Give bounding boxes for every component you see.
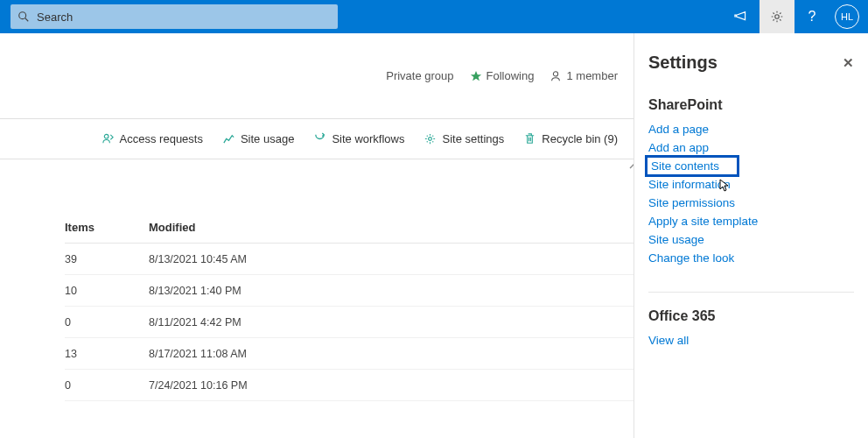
avatar[interactable]: HL	[835, 4, 859, 29]
settings-link-add-a-page[interactable]: Add a page	[648, 120, 854, 138]
svg-point-2	[775, 15, 780, 19]
site-workflows-label: Site workflows	[332, 132, 404, 145]
help-icon: ?	[808, 9, 816, 25]
table-row[interactable]: 08/11/2021 4:42 PM	[65, 307, 634, 338]
table-row[interactable]: 108/13/2021 1:40 PM	[65, 275, 634, 307]
megaphone-icon	[734, 9, 750, 25]
items-cell: 13	[65, 348, 149, 360]
settings-link-apply-a-site-template[interactable]: Apply a site template	[648, 212, 854, 230]
items-cell: 0	[65, 316, 149, 328]
person-icon	[550, 70, 562, 82]
search-icon	[18, 11, 30, 23]
office365-heading: Office 365	[648, 308, 854, 324]
divider	[648, 292, 854, 293]
svg-point-0	[19, 12, 26, 19]
items-cell: 10	[65, 285, 149, 297]
modified-cell: 8/17/2021 11:08 AM	[149, 348, 634, 360]
table-row[interactable]: 138/17/2021 11:08 AM	[65, 338, 634, 370]
recycle-bin-button[interactable]: Recycle bin (9)	[523, 132, 618, 145]
svg-line-1	[25, 18, 29, 22]
members-label: 1 member	[566, 69, 618, 82]
main-area: Private group Following 1 member Access …	[0, 33, 634, 438]
search-box[interactable]	[10, 4, 338, 29]
usage-icon	[222, 132, 235, 145]
settings-button[interactable]	[760, 0, 794, 33]
items-column-header[interactable]: Items	[65, 221, 149, 234]
svg-point-4	[104, 134, 108, 138]
modified-cell: 7/24/2021 10:16 PM	[149, 379, 634, 392]
access-icon	[102, 132, 115, 145]
settings-link-site-usage[interactable]: Site usage	[648, 230, 854, 249]
sharepoint-heading: SharePoint	[648, 97, 854, 113]
settings-link-site-information[interactable]: Site information	[648, 175, 854, 194]
settings-panel: Settings ✕ SharePoint Add a pageAdd an a…	[634, 33, 868, 438]
trash-icon	[523, 132, 536, 145]
modified-column-header[interactable]: Modified	[149, 221, 634, 234]
workflow-icon	[313, 132, 326, 145]
follow-label: Following	[486, 69, 535, 82]
close-panel-button[interactable]: ✕	[843, 55, 854, 71]
follow-button[interactable]: Following	[470, 69, 535, 82]
panel-title: Settings	[648, 53, 718, 73]
recycle-bin-label: Recycle bin (9)	[542, 132, 618, 145]
members-info[interactable]: 1 member	[550, 69, 618, 82]
svg-point-5	[429, 138, 432, 141]
star-icon	[470, 70, 482, 82]
settings-link-add-an-app[interactable]: Add an app	[648, 138, 854, 157]
privacy-label: Private group	[386, 69, 453, 82]
access-requests-button[interactable]: Access requests	[102, 132, 203, 145]
top-bar: ? HL	[0, 0, 868, 33]
settings-link-site-permissions[interactable]: Site permissions	[648, 194, 854, 212]
site-workflows-button[interactable]: Site workflows	[313, 132, 404, 145]
access-requests-label: Access requests	[120, 132, 203, 145]
site-settings-button[interactable]: Site settings	[424, 132, 504, 145]
gear-icon	[769, 9, 785, 25]
search-input[interactable]	[37, 11, 331, 24]
settings-link-site-contents[interactable]: Site contents	[645, 155, 739, 177]
site-usage-label: Site usage	[241, 132, 294, 145]
content-list: Items Modified 398/13/2021 10:45 AM108/1…	[0, 159, 634, 401]
column-headers: Items Modified	[65, 221, 634, 244]
items-cell: 0	[65, 379, 149, 392]
view-all-link[interactable]: View all	[648, 331, 854, 350]
table-row[interactable]: 07/24/2021 10:16 PM	[65, 370, 634, 401]
help-button[interactable]: ?	[794, 0, 830, 33]
table-row[interactable]: 398/13/2021 10:45 AM	[65, 244, 634, 275]
announce-button[interactable]	[724, 0, 760, 33]
site-info-bar: Private group Following 1 member	[0, 33, 634, 119]
items-cell: 39	[65, 253, 149, 265]
site-settings-label: Site settings	[442, 132, 504, 145]
site-usage-button[interactable]: Site usage	[222, 132, 294, 145]
modified-cell: 8/13/2021 10:45 AM	[149, 253, 634, 265]
modified-cell: 8/11/2021 4:42 PM	[149, 316, 634, 328]
action-bar: Access requests Site usage Site workflow…	[0, 119, 634, 159]
modified-cell: 8/13/2021 1:40 PM	[149, 285, 634, 297]
settings-link-change-the-look[interactable]: Change the look	[648, 249, 854, 267]
settings-icon	[424, 132, 437, 145]
svg-point-3	[554, 71, 558, 75]
